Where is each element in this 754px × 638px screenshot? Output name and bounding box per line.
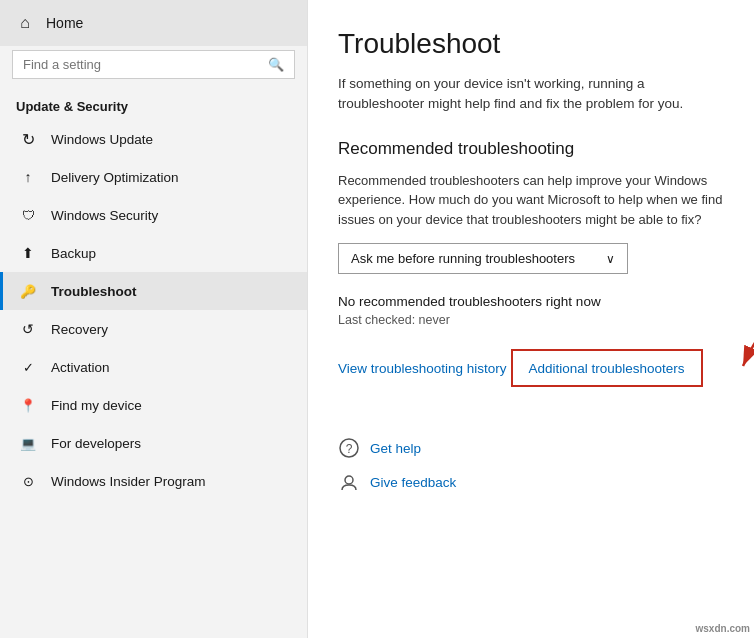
- find-my-device-icon: 📍: [19, 396, 37, 414]
- main-content: Troubleshoot If something on your device…: [308, 0, 754, 638]
- search-input[interactable]: [23, 57, 260, 72]
- sidebar-item-delivery-optimization[interactable]: ↑ Delivery Optimization: [0, 158, 307, 196]
- sidebar-item-windows-update[interactable]: ↻ Windows Update: [0, 120, 307, 158]
- give-feedback-item[interactable]: Give feedback: [338, 471, 724, 493]
- sidebar-item-windows-insider[interactable]: ⊙ Windows Insider Program: [0, 462, 307, 500]
- windows-update-icon: ↻: [19, 130, 37, 148]
- get-help-label: Get help: [370, 441, 421, 456]
- troubleshooter-dropdown[interactable]: Ask me before running troubleshooters ∨: [338, 243, 628, 274]
- give-feedback-icon: [338, 471, 360, 493]
- sidebar-item-label: Recovery: [51, 322, 108, 337]
- for-developers-icon: 💻: [19, 434, 37, 452]
- sidebar-item-label: Windows Update: [51, 132, 153, 147]
- sidebar-item-label: Delivery Optimization: [51, 170, 179, 185]
- page-description: If something on your device isn't workin…: [338, 74, 724, 115]
- sidebar-item-windows-security[interactable]: 🛡 Windows Security: [0, 196, 307, 234]
- sidebar-item-recovery[interactable]: ↺ Recovery: [0, 310, 307, 348]
- svg-text:?: ?: [346, 442, 353, 456]
- dropdown-value: Ask me before running troubleshooters: [351, 251, 575, 266]
- windows-insider-icon: ⊙: [19, 472, 37, 490]
- delivery-optimization-icon: ↑: [19, 168, 37, 186]
- sidebar-item-for-developers[interactable]: 💻 For developers: [0, 424, 307, 462]
- home-icon: ⌂: [16, 14, 34, 32]
- get-help-icon: ?: [338, 437, 360, 459]
- troubleshoot-icon: 🔑: [19, 282, 37, 300]
- get-help-item[interactable]: ? Get help: [338, 437, 724, 459]
- status-sub: Last checked: never: [338, 313, 724, 327]
- recommended-heading: Recommended troubleshooting: [338, 139, 724, 159]
- sidebar-item-label: Troubleshoot: [51, 284, 137, 299]
- sidebar-item-label: Activation: [51, 360, 110, 375]
- sidebar-item-activation[interactable]: ✓ Activation: [0, 348, 307, 386]
- recovery-icon: ↺: [19, 320, 37, 338]
- section-title: Update & Security: [0, 91, 307, 120]
- give-feedback-label: Give feedback: [370, 475, 456, 490]
- view-history-link[interactable]: View troubleshooting history: [338, 361, 507, 376]
- search-icon: 🔍: [268, 57, 284, 72]
- status-label: No recommended troubleshooters right now: [338, 294, 724, 309]
- recommended-desc: Recommended troubleshooters can help imp…: [338, 171, 724, 230]
- backup-icon: ⬆: [19, 244, 37, 262]
- sidebar-item-backup[interactable]: ⬆ Backup: [0, 234, 307, 272]
- sidebar-item-label: Backup: [51, 246, 96, 261]
- sidebar-home-button[interactable]: ⌂ Home: [0, 0, 307, 46]
- search-box[interactable]: 🔍: [12, 50, 295, 79]
- sidebar-item-troubleshoot[interactable]: 🔑 Troubleshoot: [0, 272, 307, 310]
- sidebar-item-label: Windows Security: [51, 208, 158, 223]
- sidebar-item-find-my-device[interactable]: 📍 Find my device: [0, 386, 307, 424]
- activation-icon: ✓: [19, 358, 37, 376]
- sidebar-item-label: Find my device: [51, 398, 142, 413]
- sidebar: ⌂ Home 🔍 Update & Security ↻ Windows Upd…: [0, 0, 308, 638]
- home-label: Home: [46, 15, 83, 31]
- sidebar-item-label: Windows Insider Program: [51, 474, 206, 489]
- help-section: ? Get help Give feedback: [338, 437, 724, 493]
- additional-troubleshooters-box[interactable]: Additional troubleshooters: [511, 349, 703, 387]
- page-title: Troubleshoot: [338, 28, 724, 60]
- svg-point-3: [345, 476, 353, 484]
- additional-troubleshooters-label: Additional troubleshooters: [529, 361, 685, 376]
- windows-security-icon: 🛡: [19, 206, 37, 224]
- chevron-down-icon: ∨: [606, 252, 615, 266]
- sidebar-item-label: For developers: [51, 436, 141, 451]
